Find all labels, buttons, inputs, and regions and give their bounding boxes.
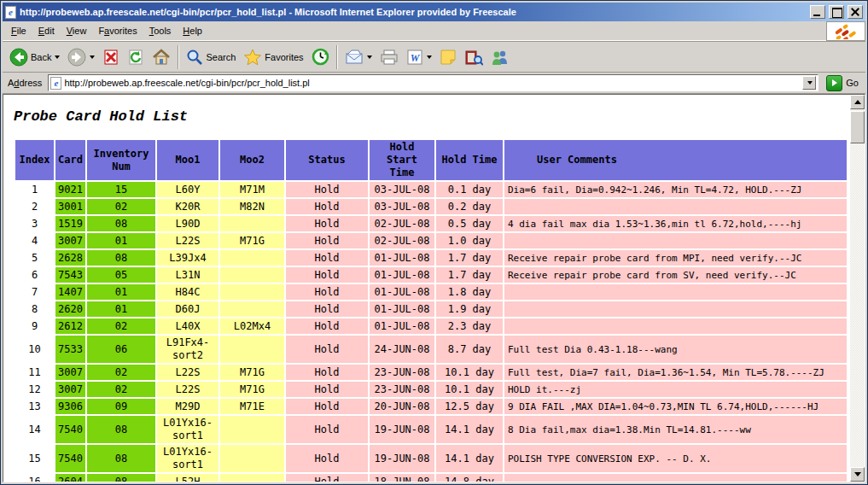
scroll-down-button[interactable] bbox=[850, 467, 865, 482]
maximize-button[interactable] bbox=[829, 5, 844, 19]
menu-view[interactable]: View bbox=[61, 23, 92, 38]
cell-card: 2612 bbox=[55, 318, 85, 334]
forward-button[interactable] bbox=[64, 44, 98, 71]
mail-dropdown-icon[interactable] bbox=[367, 56, 372, 59]
address-input[interactable] bbox=[64, 76, 800, 90]
web-page: Probe Card Hold List Index Card Inventor… bbox=[3, 95, 850, 482]
table-row: 5262808L39Jx4Hold01-JUL-081.7 dayReceive… bbox=[15, 250, 847, 266]
mail-button[interactable] bbox=[341, 44, 376, 71]
cell-card: 7533 bbox=[55, 336, 85, 363]
messenger-button[interactable] bbox=[487, 44, 513, 71]
table-row: 11300702L22SM71GHold23-JUN-0810.1 dayFul… bbox=[15, 365, 847, 380]
cell-inventory: 02 bbox=[87, 199, 155, 214]
minimize-button[interactable] bbox=[810, 5, 825, 19]
favorites-button[interactable]: Favorites bbox=[240, 44, 306, 71]
refresh-button[interactable] bbox=[124, 44, 148, 71]
cell-hold_time: 1.0 day bbox=[436, 233, 503, 248]
cell-index: 16 bbox=[15, 474, 54, 482]
scrollbar-thumb[interactable] bbox=[850, 111, 865, 143]
print-icon bbox=[380, 49, 399, 66]
cell-hold_start: 23-JUN-08 bbox=[370, 365, 434, 380]
cell-comments bbox=[504, 474, 847, 482]
menu-file[interactable]: File bbox=[6, 23, 32, 38]
word-icon: W bbox=[406, 49, 423, 66]
cell-hold_start: 02-JUL-08 bbox=[370, 233, 434, 248]
menu-tools[interactable]: Tools bbox=[144, 23, 177, 38]
cell-tool2: M71G bbox=[220, 382, 284, 397]
cell-hold_start: 24-JUN-08 bbox=[370, 336, 434, 363]
cell-card: 9021 bbox=[55, 182, 85, 197]
browser-client-area: Probe Card Hold List Index Card Inventor… bbox=[3, 94, 865, 482]
toolbar-separator bbox=[336, 45, 338, 69]
cell-comments bbox=[504, 318, 847, 334]
cell-hold_start: 01-JUL-08 bbox=[370, 267, 434, 283]
cell-hold_start: 23-JUN-08 bbox=[370, 382, 434, 397]
edit-dropdown-icon[interactable] bbox=[427, 56, 432, 59]
mail-icon bbox=[345, 50, 364, 65]
cell-inventory: 06 bbox=[87, 336, 155, 363]
cell-tool2 bbox=[220, 301, 284, 317]
back-dropdown-icon[interactable] bbox=[55, 56, 60, 59]
cell-hold_time: 14.1 day bbox=[436, 416, 503, 443]
cell-tool2: M71E bbox=[220, 399, 284, 414]
cell-index: 12 bbox=[15, 382, 54, 397]
cell-index: 13 bbox=[15, 399, 54, 414]
forward-dropdown-icon[interactable] bbox=[90, 56, 95, 59]
close-button[interactable] bbox=[848, 5, 863, 19]
edit-with-word-button[interactable]: W bbox=[403, 44, 435, 71]
cell-inventory: 08 bbox=[87, 445, 155, 472]
cell-index: 1 bbox=[15, 182, 54, 197]
cell-hold_time: 1.8 day bbox=[436, 284, 503, 300]
address-dropdown-button[interactable] bbox=[802, 76, 816, 90]
cell-inventory: 08 bbox=[87, 474, 155, 482]
cell-tool1: D60J bbox=[157, 301, 218, 317]
back-button[interactable]: Back bbox=[6, 44, 63, 71]
home-button[interactable] bbox=[149, 44, 174, 71]
print-button[interactable] bbox=[376, 44, 402, 71]
stop-button[interactable] bbox=[99, 44, 123, 71]
table-row: 7140701H84CHold01-JUL-081.8 day bbox=[15, 284, 847, 300]
menu-help[interactable]: Help bbox=[178, 23, 207, 38]
go-button[interactable]: Go bbox=[823, 73, 862, 92]
cell-comments: Receive repair probe card from MPI, need… bbox=[504, 250, 847, 266]
menu-edit[interactable]: Edit bbox=[33, 23, 60, 38]
table-row: 14754008L01Yx16-sort1Hold19-JUN-0814.1 d… bbox=[15, 416, 847, 443]
column-header-moo2: Moo2 bbox=[220, 140, 284, 180]
cell-tool1: L52H bbox=[157, 474, 218, 482]
refresh-icon bbox=[127, 49, 144, 66]
cell-status: Hold bbox=[286, 199, 368, 214]
cell-tool2 bbox=[220, 445, 284, 472]
address-bar: Address Go bbox=[3, 73, 865, 94]
cell-hold_time: 2.3 day bbox=[436, 318, 503, 334]
cell-hold_time: 14.1 day bbox=[436, 445, 503, 472]
history-button[interactable] bbox=[308, 44, 333, 71]
freescale-logo bbox=[826, 21, 865, 41]
menu-favorites[interactable]: Favorites bbox=[93, 23, 142, 38]
research-button[interactable] bbox=[461, 44, 486, 71]
search-button[interactable]: Search bbox=[183, 44, 239, 71]
cell-comments bbox=[504, 199, 847, 214]
cell-status: Hold bbox=[286, 399, 368, 414]
cell-tool1: L91Fx4-sort2 bbox=[157, 336, 218, 363]
cell-hold_time: 0.1 day bbox=[436, 182, 503, 197]
discuss-button[interactable] bbox=[436, 44, 460, 71]
address-field[interactable] bbox=[48, 74, 818, 91]
table-body: 1902115L60YM71MHold03-JUL-080.1 dayDia=6… bbox=[15, 182, 847, 482]
cell-status: Hold bbox=[286, 336, 368, 363]
cell-index: 4 bbox=[15, 233, 54, 248]
cell-tool2 bbox=[220, 267, 284, 283]
cell-card: 2628 bbox=[55, 250, 85, 266]
cell-tool2: M71G bbox=[220, 233, 284, 248]
table-row: 10753306L91Fx4-sort2Hold24-JUN-088.7 day… bbox=[15, 336, 847, 363]
vertical-scrollbar[interactable] bbox=[850, 95, 865, 482]
cell-comments bbox=[504, 301, 847, 317]
cell-tool2: M71M bbox=[220, 182, 284, 197]
cell-comments: Full test, Dia=7 fail, Dia=1.36~1.54, Mi… bbox=[504, 365, 847, 380]
title-bar[interactable]: http://probeweb.ap.freescale.net/cgi-bin… bbox=[3, 3, 865, 21]
cell-inventory: 15 bbox=[87, 182, 155, 197]
cell-comments: 4 dia fail max dia 1.53~1.36,min tl 6.72… bbox=[504, 216, 847, 231]
table-row: 2300102K20RM82NHold03-JUL-080.2 day bbox=[15, 199, 847, 214]
scroll-up-button[interactable] bbox=[850, 95, 865, 109]
cell-hold_start: 01-JUL-08 bbox=[370, 301, 434, 317]
go-label: Go bbox=[846, 78, 859, 88]
